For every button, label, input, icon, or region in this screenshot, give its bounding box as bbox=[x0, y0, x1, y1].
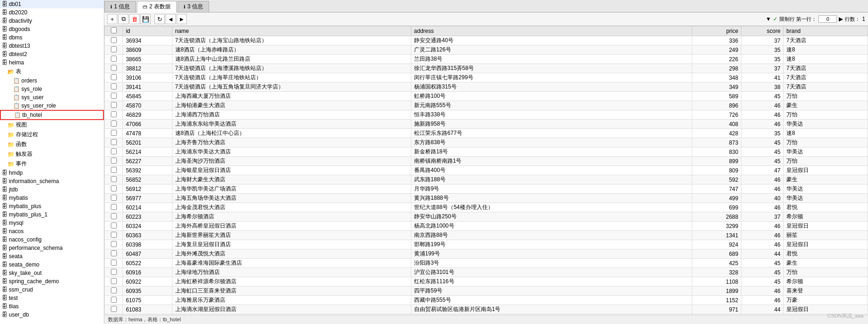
sidebar-item-seata[interactable]: 🗄seata bbox=[0, 252, 104, 260]
toolbar-prev-btn[interactable]: ◄ bbox=[166, 14, 176, 24]
row-checkbox-cell-29[interactable] bbox=[105, 305, 123, 314]
sidebar-item-spring_cache_demo[interactable]: 🗄spring_cache_demo bbox=[0, 277, 104, 286]
row-checkbox-1[interactable] bbox=[111, 46, 117, 52]
row-checkbox-cell-4[interactable] bbox=[105, 73, 123, 83]
row-checkbox-cell-0[interactable] bbox=[105, 36, 123, 45]
sidebar-item-dbtest2[interactable]: 🗄dbtest2 bbox=[0, 50, 104, 58]
sidebar-item-mybatis_plus_1[interactable]: 🗄mybatis_plus_1 bbox=[0, 210, 104, 219]
sidebar-item-ssm_crud[interactable]: 🗄ssm_crud bbox=[0, 286, 104, 294]
row-checkbox-cell-20[interactable] bbox=[105, 222, 123, 231]
sidebar-item-dbactivity[interactable]: 🗄dbactivity bbox=[0, 17, 104, 25]
row-checkbox-23[interactable] bbox=[111, 250, 117, 256]
row-checkbox-20[interactable] bbox=[111, 222, 117, 229]
table-row[interactable]: 60324上海外高桥皇冠假日酒店杨高北路1000号329946皇冠假日 bbox=[105, 222, 868, 231]
row-checkbox-6[interactable] bbox=[111, 93, 117, 99]
sidebar-item-heima-sys_user_role[interactable]: 📋sys_user_role bbox=[0, 102, 104, 110]
row-checkbox-12[interactable] bbox=[111, 148, 117, 154]
row-checkbox-cell-9[interactable] bbox=[105, 120, 123, 129]
table-row[interactable]: 60487上海外滩茂悦大酒店黄浦199号68944君悦 bbox=[105, 249, 868, 259]
row-checkbox-cell-6[interactable] bbox=[105, 92, 123, 101]
table-row[interactable]: 60398上海复旦皇冠假日酒店邯郸路199号92446皇冠假日 bbox=[105, 240, 868, 249]
table-row[interactable]: 56214上海浦东华美达大酒店新金桥路18号83045华美达 bbox=[105, 147, 868, 157]
row-checkbox-8[interactable] bbox=[111, 111, 117, 117]
row-checkbox-10[interactable] bbox=[111, 130, 117, 136]
tab-tab3[interactable]: ℹ3 信息 bbox=[178, 1, 209, 12]
limit-start-input[interactable] bbox=[818, 15, 837, 23]
table-row[interactable]: 45845上海西藏大厦万怡酒店虹桥路100号58945万怡 bbox=[105, 92, 868, 101]
row-checkbox-0[interactable] bbox=[111, 37, 117, 43]
col-brand-header[interactable]: brand bbox=[784, 26, 868, 36]
toolbar-copy-btn[interactable]: ⧉ bbox=[118, 14, 128, 24]
tab-tab2[interactable]: 🗃2 表数据 bbox=[137, 1, 177, 13]
row-checkbox-cell-24[interactable] bbox=[105, 259, 123, 268]
row-checkbox-cell-22[interactable] bbox=[105, 240, 123, 249]
row-checkbox-22[interactable] bbox=[111, 241, 117, 247]
table-row[interactable]: 60922上海虹桥祥源希尔顿酒店红松东路1116号110845希尔顿 bbox=[105, 277, 868, 286]
row-checkbox-5[interactable] bbox=[111, 83, 117, 89]
col-address-header[interactable]: address bbox=[411, 26, 692, 36]
table-row[interactable]: 391067天连锁酒店（上海莘庄地铁站店）闵行莘庄镇七莘路299号348417天… bbox=[105, 73, 868, 83]
row-checkbox-2[interactable] bbox=[111, 56, 117, 62]
sidebar-item-tlias[interactable]: 🗄tlias bbox=[0, 302, 104, 311]
row-checkbox-cell-11[interactable] bbox=[105, 138, 123, 147]
sidebar-item-heima-sys_role[interactable]: 📋sys_role bbox=[0, 85, 104, 93]
table-row[interactable]: 60363上海新世界丽笙大酒店南京西路88号134146丽笙 bbox=[105, 231, 868, 240]
row-checkbox-14[interactable] bbox=[111, 167, 117, 173]
sidebar-item-hmdp[interactable]: 🗄hmdp bbox=[0, 169, 104, 177]
col-price-header[interactable]: price bbox=[692, 26, 741, 36]
row-checkbox-4[interactable] bbox=[111, 74, 117, 80]
sidebar-item-nacos_config[interactable]: 🗄nacos_config bbox=[0, 235, 104, 244]
row-checkbox-18[interactable] bbox=[111, 204, 117, 210]
table-row[interactable]: 56977上海五角场华美达大酒店黄兴路1888号49940华美达 bbox=[105, 194, 868, 203]
row-checkbox-25[interactable] bbox=[111, 269, 117, 275]
row-checkbox-cell-16[interactable] bbox=[105, 184, 123, 194]
sidebar-item-dbtest13[interactable]: 🗄dbtest13 bbox=[0, 42, 104, 50]
table-row[interactable]: 56912上海华凯华美达广场酒店月华路9号74746华美达 bbox=[105, 184, 868, 194]
table-row[interactable]: 60522上海嘉豪准海国际豪生酒店汾阳路3号42545豪生 bbox=[105, 259, 868, 268]
col-name-header[interactable]: name bbox=[172, 26, 411, 36]
row-checkbox-17[interactable] bbox=[111, 195, 117, 201]
sidebar-item-heima-events[interactable]: 📁事件 bbox=[0, 159, 104, 169]
row-checkbox-cell-26[interactable] bbox=[105, 277, 123, 286]
row-checkbox-27[interactable] bbox=[111, 287, 117, 293]
row-checkbox-24[interactable] bbox=[111, 260, 117, 266]
row-checkbox-19[interactable] bbox=[111, 213, 117, 219]
table-row[interactable]: 56227上海圣淘沙万怡酒店南桥镇南桥南路1号89945万怡 bbox=[105, 157, 868, 166]
row-checkbox-cell-25[interactable] bbox=[105, 268, 123, 277]
row-checkbox-cell-28[interactable] bbox=[105, 296, 123, 305]
row-checkbox-cell-14[interactable] bbox=[105, 166, 123, 175]
col-id-header[interactable]: id bbox=[123, 26, 172, 36]
sidebar-item-nacos[interactable]: 🗄nacos bbox=[0, 227, 104, 235]
toolbar-add-btn[interactable]: + bbox=[107, 14, 117, 24]
sidebar-item-heima-triggers[interactable]: 📁触发器 bbox=[0, 149, 104, 159]
sidebar-item-heima-orders[interactable]: 📋orders bbox=[0, 76, 104, 85]
sidebar-item-heima[interactable]: 🗄heima bbox=[0, 58, 104, 67]
row-checkbox-cell-23[interactable] bbox=[105, 249, 123, 259]
col-checkbox-header[interactable] bbox=[105, 26, 123, 36]
row-checkbox-13[interactable] bbox=[111, 158, 117, 164]
row-checkbox-cell-19[interactable] bbox=[105, 212, 123, 222]
table-row[interactable]: 47478速8酒店（上海松江中心店）松江荣乐东路677号42835速8 bbox=[105, 129, 868, 138]
table-row[interactable]: 388127天连锁酒店（上海漕溪路地铁站店）徐汇龙华西路315弄58号29837… bbox=[105, 64, 868, 73]
select-all-checkbox[interactable] bbox=[111, 27, 117, 33]
row-checkbox-21[interactable] bbox=[111, 232, 117, 238]
sidebar-item-jtdb[interactable]: 🗄jtdb bbox=[0, 185, 104, 194]
row-checkbox-11[interactable] bbox=[111, 139, 117, 145]
toolbar-save-btn[interactable]: 💾 bbox=[140, 14, 151, 24]
sidebar-item-db01[interactable]: 🗄db01 bbox=[0, 0, 104, 8]
row-checkbox-cell-10[interactable] bbox=[105, 129, 123, 138]
row-checkbox-cell-5[interactable] bbox=[105, 83, 123, 92]
sidebar-item-user_db[interactable]: 🗄user_db bbox=[0, 311, 104, 319]
sidebar-item-sky_take_out[interactable]: 🗄sky_take_out bbox=[0, 269, 104, 277]
table-row[interactable]: 60935上海虹口三至喜来登酒店四平路59号189946喜来登 bbox=[105, 286, 868, 296]
row-checkbox-28[interactable] bbox=[111, 297, 117, 303]
sidebar-item-seata_demo[interactable]: 🗄seata_demo bbox=[0, 260, 104, 269]
row-checkbox-9[interactable] bbox=[111, 121, 117, 127]
sidebar-item-heima-biao[interactable]: 📂表 bbox=[0, 67, 104, 76]
table-row[interactable]: 61083上海滴水湖皇冠假日酒店自由贸易试验区临港新片区南岛1号97144皇冠假… bbox=[105, 305, 868, 314]
table-row[interactable]: 391417天连锁酒店（上海五角场复旦同济大学店）杨浦国权路315号349387… bbox=[105, 83, 868, 92]
toolbar-delete-btn[interactable]: 🗑 bbox=[129, 14, 140, 24]
row-checkbox-3[interactable] bbox=[111, 65, 117, 71]
row-checkbox-cell-18[interactable] bbox=[105, 203, 123, 212]
sidebar-item-dbgoods[interactable]: 🗄dbgoods bbox=[0, 25, 104, 33]
